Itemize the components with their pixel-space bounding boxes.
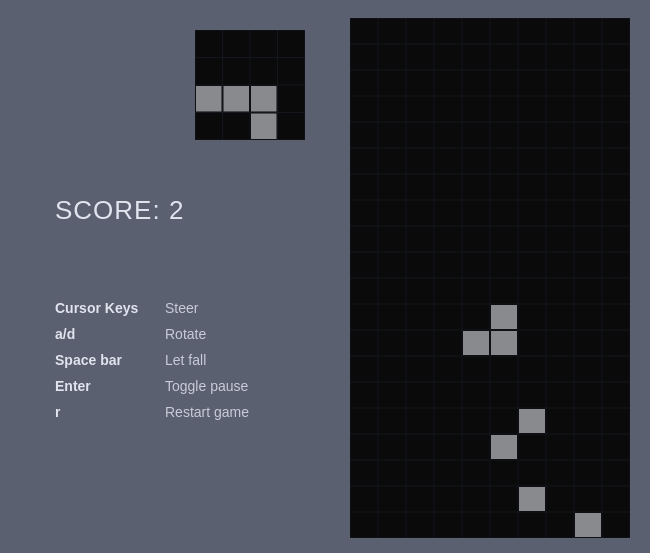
game-container: SCORE: 2 Cursor KeysSteera/dRotateSpace … bbox=[0, 0, 650, 553]
control-description: Steer bbox=[165, 300, 198, 316]
control-row: Cursor KeysSteer bbox=[55, 300, 249, 316]
next-piece-preview bbox=[195, 30, 305, 140]
control-description: Toggle pause bbox=[165, 378, 248, 394]
board-canvas bbox=[350, 18, 630, 538]
control-key: a/d bbox=[55, 326, 165, 342]
control-row: rRestart game bbox=[55, 404, 249, 420]
control-row: a/dRotate bbox=[55, 326, 249, 342]
control-key: Space bar bbox=[55, 352, 165, 368]
control-row: Space barLet fall bbox=[55, 352, 249, 368]
controls-legend: Cursor KeysSteera/dRotateSpace barLet fa… bbox=[55, 300, 249, 430]
next-piece-canvas bbox=[195, 30, 305, 140]
control-description: Rotate bbox=[165, 326, 206, 342]
score-value: SCORE: 2 bbox=[55, 195, 184, 225]
control-key: Cursor Keys bbox=[55, 300, 165, 316]
control-description: Let fall bbox=[165, 352, 206, 368]
game-board bbox=[350, 18, 630, 538]
score-display: SCORE: 2 bbox=[55, 195, 184, 226]
control-description: Restart game bbox=[165, 404, 249, 420]
control-key: Enter bbox=[55, 378, 165, 394]
control-key: r bbox=[55, 404, 165, 420]
control-row: EnterToggle pause bbox=[55, 378, 249, 394]
